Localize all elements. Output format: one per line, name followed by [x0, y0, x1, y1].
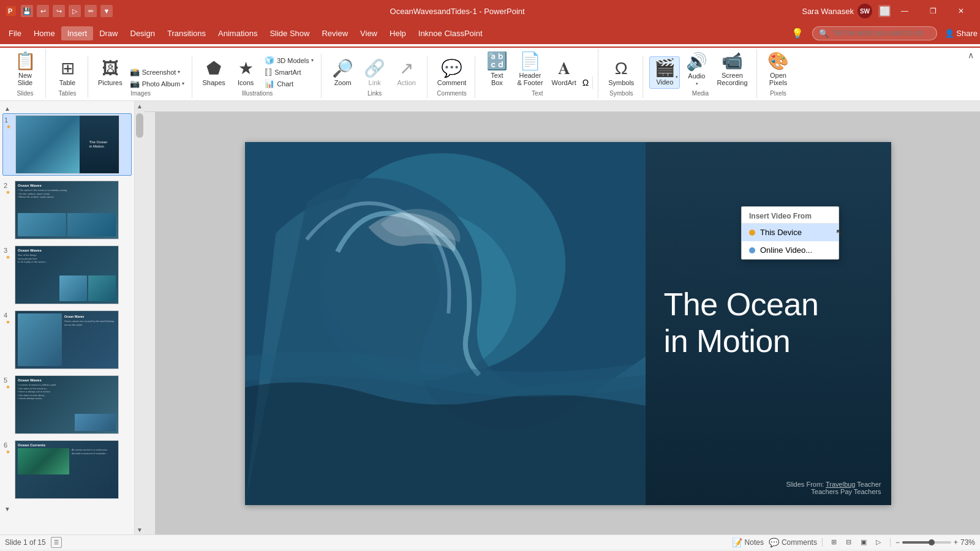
- slide-thumb-4[interactable]: 4 ★ Ocean Waves Ocean waves are caused b…: [2, 309, 132, 370]
- menu-animations[interactable]: Animations: [212, 26, 263, 40]
- screenshot-btn[interactable]: 📸 Screenshot ▾: [127, 67, 187, 77]
- wordart-btn[interactable]: 𝐀 WordArt: [548, 58, 580, 89]
- menu-help[interactable]: Help: [383, 26, 412, 40]
- this-device-item[interactable]: This Device: [742, 223, 839, 241]
- video-btn[interactable]: 🎬 Video ▾: [649, 56, 680, 89]
- ribbon-display-btn[interactable]: ⬜: [878, 5, 891, 17]
- quick-access-toolbar[interactable]: P 💾 ↩ ↪ ▷ ✏ ▼: [5, 5, 113, 17]
- collapse-ribbon-btn[interactable]: ∧: [967, 49, 975, 61]
- slide-thumb-2[interactable]: 2 ★ Ocean Waves • The water in the ocean…: [2, 179, 132, 241]
- scroll-down-arrow[interactable]: ▼: [135, 525, 145, 534]
- more-btn[interactable]: ▼: [100, 5, 113, 17]
- scroll-up-btn[interactable]: ▲: [2, 103, 12, 113]
- scroll-thumb[interactable]: [136, 113, 143, 138]
- shapes-label: Shapes: [202, 79, 225, 86]
- normal-view-btn[interactable]: ⊞: [827, 537, 841, 548]
- minimize-btn[interactable]: —: [891, 0, 919, 22]
- notes-btn[interactable]: 📝 Notes: [732, 538, 764, 547]
- tables-group-label: Tables: [59, 90, 77, 97]
- smartart-icon: ⟦⟧: [265, 68, 272, 76]
- slide-thumb-5[interactable]: 5 ★ Ocean Waves • a series of waves is c…: [2, 374, 132, 435]
- zoom-out-icon[interactable]: −: [895, 538, 900, 547]
- menu-home[interactable]: Home: [28, 26, 61, 40]
- zoom-track[interactable]: [902, 541, 951, 544]
- slide-star-6: ★: [6, 449, 10, 455]
- comments-status-btn[interactable]: 💬 Comments: [769, 538, 817, 547]
- photo-album-btn[interactable]: 📷 Photo Album ▾: [127, 78, 187, 89]
- new-slide-btn[interactable]: 📋 NewSlide: [10, 50, 40, 89]
- table-btn[interactable]: ⊞ Table: [52, 58, 83, 89]
- screen-recording-btn[interactable]: 📹 ScreenRecording: [713, 50, 751, 89]
- audio-btn[interactable]: 🔊 Audio ▾: [681, 51, 712, 89]
- status-divider-1: [822, 538, 823, 547]
- tell-me-box[interactable]: 🔍: [812, 26, 937, 40]
- undo-btn[interactable]: ↩: [37, 5, 49, 17]
- menu-transitions[interactable]: Transitions: [161, 26, 212, 40]
- three-d-models-btn[interactable]: 🧊 3D Models ▾: [262, 55, 316, 66]
- maximize-btn[interactable]: ❐: [919, 0, 947, 22]
- title-bar: P 💾 ↩ ↪ ▷ ✏ ▼ OceanWavesandTides-1 - Pow…: [0, 0, 980, 22]
- slide-sorter-btn[interactable]: ⊟: [842, 537, 856, 548]
- redo-btn[interactable]: ↪: [53, 5, 65, 17]
- shapes-icon: ⬟: [206, 60, 221, 77]
- share-btn[interactable]: 👤 Share: [944, 29, 978, 38]
- slide-thumb-3[interactable]: 3 ★ Ocean Waves One of the thingsmany pe…: [2, 244, 132, 305]
- zoom-label: Zoom: [334, 79, 352, 86]
- shapes-btn[interactable]: ⬟ Shapes: [198, 58, 229, 89]
- menu-inknoe[interactable]: Inknoe ClassPoint: [412, 26, 489, 40]
- icons-btn[interactable]: ★ Icons: [230, 58, 261, 89]
- scroll-down-btn[interactable]: ▼: [2, 504, 12, 514]
- zoom-handle[interactable]: [929, 539, 935, 545]
- mouse-cursor: ↖: [835, 227, 843, 238]
- ribbon: 📋 NewSlide Slides ⊞ Table Tables 🖼 Pictu: [0, 44, 980, 101]
- zoom-slider[interactable]: − + 73%: [895, 538, 975, 547]
- save-quick-btn[interactable]: 💾: [21, 5, 33, 17]
- menu-review[interactable]: Review: [315, 26, 354, 40]
- menu-draw[interactable]: Draw: [93, 26, 124, 40]
- action-btn[interactable]: ↗ Action: [391, 58, 422, 89]
- more-text-btn1[interactable]: Ω: [581, 77, 590, 89]
- menu-insert[interactable]: Insert: [61, 26, 94, 40]
- header-footer-btn[interactable]: 📄 Header& Footer: [513, 50, 546, 89]
- smartart-btn[interactable]: ⟦⟧ SmartArt: [262, 67, 316, 77]
- illustrations-group-label: Illustrations: [242, 90, 273, 97]
- online-video-item[interactable]: Online Video...: [742, 241, 839, 259]
- menu-slideshow[interactable]: Slide Show: [263, 26, 315, 40]
- link-label: Link: [369, 79, 381, 86]
- text-box-btn[interactable]: 🔡 TextBox: [481, 50, 512, 89]
- slide-preview-1: The Oceanin Motion: [15, 115, 119, 174]
- zoom-btn[interactable]: 🔎 Zoom: [328, 58, 358, 89]
- link-btn[interactable]: 🔗 Link: [360, 58, 390, 89]
- wordart-label: WordArt: [552, 79, 576, 86]
- chart-btn[interactable]: 📊 Chart: [262, 78, 316, 89]
- close-btn[interactable]: ✕: [947, 0, 975, 22]
- open-pixels-btn[interactable]: 🎨 OpenPixels: [763, 50, 794, 89]
- chart-icon: 📊: [265, 80, 274, 88]
- slide-thumb-1[interactable]: 1 ★ The Oceanin Motion: [2, 113, 132, 176]
- menu-file[interactable]: File: [2, 26, 28, 40]
- symbols-btn[interactable]: Ω Symbols: [605, 58, 638, 89]
- tell-me-input[interactable]: [832, 29, 930, 37]
- header-footer-icon: 📄: [519, 53, 541, 70]
- user-info[interactable]: Sara Wanasek SW: [802, 4, 872, 18]
- reading-view-btn[interactable]: ▣: [857, 537, 870, 548]
- scroll-up-arrow[interactable]: ▲: [135, 101, 145, 111]
- menu-view[interactable]: View: [354, 26, 383, 40]
- slide-star-3: ★: [6, 254, 10, 260]
- presenter-view-btn[interactable]: ▷: [872, 537, 885, 548]
- online-video-label: Online Video...: [760, 246, 812, 255]
- user-avatar[interactable]: SW: [858, 4, 872, 18]
- menu-design[interactable]: Design: [124, 26, 161, 40]
- present-btn[interactable]: ▷: [69, 5, 81, 17]
- zoom-in-icon[interactable]: +: [954, 538, 958, 547]
- window-controls[interactable]: — ❐ ✕: [891, 0, 975, 22]
- slide-thumb-6[interactable]: 6 ★ Ocean Currents An ocean current is a…: [2, 439, 132, 500]
- slide-panel-scrollbar[interactable]: ▲ ▼: [135, 101, 145, 534]
- comment-btn[interactable]: 💬 Comment: [434, 58, 470, 89]
- slide-panel-toggle[interactable]: ☰: [51, 537, 62, 548]
- pen-btn[interactable]: ✏: [85, 5, 97, 17]
- smartart-label: SmartArt: [274, 69, 301, 76]
- audio-icon: 🔊: [686, 53, 707, 70]
- zoom-level[interactable]: 73%: [960, 538, 975, 547]
- pictures-btn[interactable]: 🖼 Pictures: [94, 58, 126, 89]
